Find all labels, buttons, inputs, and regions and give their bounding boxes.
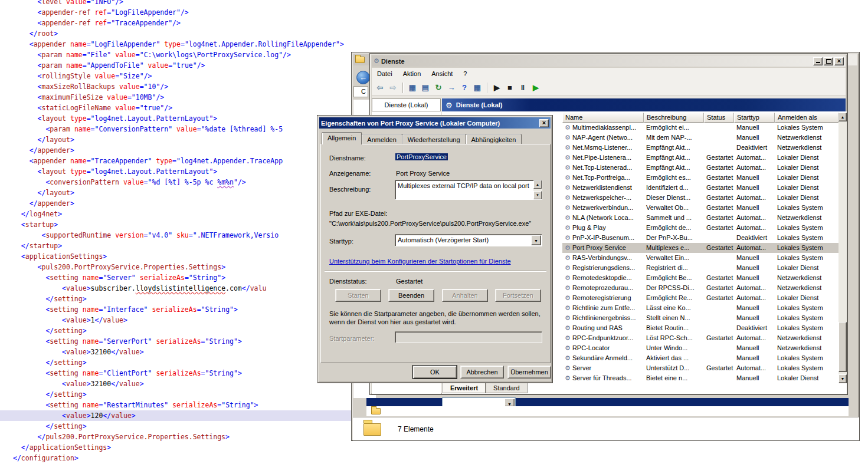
- button-starten[interactable]: Starten: [335, 289, 381, 302]
- service-row[interactable]: ⚙Netzwerkverbindun...Verwaltet Ob...Gest…: [562, 203, 838, 213]
- service-row[interactable]: ⚙NAP-Agent (Netwo...Mit dem NAP-...Manue…: [562, 133, 838, 143]
- code-line[interactable]: </setting>: [0, 357, 352, 368]
- code-line[interactable]: <puls200.PortProxyService.Properties.Set…: [0, 262, 352, 272]
- service-row[interactable]: ⚙Richtlinienergebniss...Stellt einen N..…: [562, 313, 838, 323]
- menu-item-datei[interactable]: Datei: [372, 68, 398, 80]
- file-list-row[interactable]: [366, 406, 849, 416]
- code-line[interactable]: <setting name="ServerPort" serializeAs="…: [0, 336, 352, 347]
- service-row[interactable]: ⚙Richtlinie zum Entfe...Lässt eine Ko...…: [562, 303, 838, 313]
- back-icon[interactable]: ←: [356, 71, 370, 84]
- code-line[interactable]: <appender-ref ref="LogFileAppender"/>: [0, 7, 352, 18]
- scrollbar[interactable]: ▲ ▼: [838, 113, 847, 383]
- scroll-up-icon[interactable]: ▲: [838, 113, 847, 121]
- code-line[interactable]: <value>1</value>: [0, 315, 352, 325]
- code-line[interactable]: </puls200.PortProxyService.Properties.Se…: [0, 432, 352, 442]
- service-row[interactable]: ⚙Net.Tcp-Listenerad...Empfängt Akt...Ges…: [562, 163, 838, 173]
- code-line[interactable]: </setting>: [0, 389, 352, 400]
- service-row[interactable]: ⚙NLA (Network Loca...Sammelt und ...Gest…: [562, 213, 838, 223]
- service-row[interactable]: ⚙Sekundäre Anmeld...Aktiviert das ...Man…: [562, 353, 838, 363]
- column-header-anmeldenals[interactable]: Anmelden als: [775, 113, 838, 123]
- view-tab-erweitert[interactable]: Erweitert: [443, 383, 486, 393]
- scroll-down-icon[interactable]: ▼: [838, 374, 847, 383]
- code-line[interactable]: </setting>: [0, 325, 352, 336]
- startoptionen-link[interactable]: Unterstützung beim Konfigurieren der Sta…: [329, 258, 511, 265]
- service-row[interactable]: ⚙RPC-Endpunktzuor...Löst RPC-Sch...Gesta…: [562, 333, 838, 343]
- service-row[interactable]: ⚙PnP-X-IP-Busenum...Der PnP-X-Bu...Deakt…: [562, 233, 838, 243]
- start-service-icon[interactable]: ▶: [491, 82, 503, 94]
- code-line[interactable]: </root>: [0, 28, 352, 39]
- code-line[interactable]: <setting name="ClientPort" serializeAs="…: [0, 368, 352, 379]
- refresh-icon[interactable]: ↻: [433, 82, 444, 94]
- grid-icon[interactable]: ▦: [471, 82, 483, 94]
- code-line[interactable]: </configuration>: [0, 453, 352, 463]
- service-row[interactable]: ⚙Net.Pipe-Listenera...Empfängt Akt...Ges…: [562, 153, 838, 163]
- maximize-button[interactable]: [824, 57, 833, 65]
- stop-service-icon[interactable]: ■: [504, 82, 516, 94]
- tab-anmelden[interactable]: Anmelden: [361, 134, 402, 144]
- code-line[interactable]: <startup>: [0, 219, 352, 230]
- service-row[interactable]: ⚙Registrierungsdiens...Registriert di...…: [562, 263, 838, 273]
- services-titlebar[interactable]: ⚙ Dienste ×: [372, 55, 846, 67]
- code-line[interactable]: <appender name="TraceAppender" type="log…: [0, 156, 352, 166]
- textbox-scrollbar[interactable]: ▲ ▼: [533, 180, 542, 199]
- service-row[interactable]: ⚙Plug & PlayErmöglicht de...GestartetAut…: [562, 223, 838, 233]
- code-line[interactable]: </appender>: [0, 145, 352, 156]
- button-fortsetzen[interactable]: Fortsetzen: [495, 289, 541, 302]
- button-ok[interactable]: OK: [413, 366, 457, 379]
- code-line[interactable]: <setting name="RestartMinutes" serialize…: [0, 400, 352, 410]
- service-row[interactable]: ⚙Port Proxy ServiceMultiplexes e...Gesta…: [562, 243, 838, 253]
- service-row[interactable]: ⚙Multimediaklassenpl...Ermöglicht ei...M…: [562, 123, 838, 133]
- service-row[interactable]: ⚙Net.Tcp-Portfreiga...Ermöglicht es...Ge…: [562, 173, 838, 183]
- scroll-up-icon[interactable]: ▲: [533, 180, 542, 189]
- beschreibung-textbox[interactable]: Multiplexes external TCP/IP data on loca…: [395, 180, 542, 200]
- button-bernehmen[interactable]: Übernehmen: [507, 366, 551, 379]
- pause-service-icon[interactable]: ‖: [517, 82, 529, 94]
- menu-item-aktion[interactable]: Aktion: [398, 68, 427, 80]
- code-line[interactable]: <supportedRuntime version="v4.0" sku=".N…: [0, 230, 352, 241]
- console-tree-tab[interactable]: Dienste (Lokal): [372, 98, 441, 111]
- code-line[interactable]: <setting name="Server" serializeAs="Stri…: [0, 272, 352, 283]
- code-line[interactable]: <param name="AppendToFile" value="true"/…: [0, 60, 352, 71]
- chevron-down-icon[interactable]: ▼: [505, 399, 515, 407]
- code-line[interactable]: </startup>: [0, 241, 352, 251]
- button-beenden[interactable]: Beenden: [388, 289, 434, 302]
- view-tab-standard[interactable]: Standard: [486, 383, 528, 393]
- code-line[interactable]: <value>subscriber.lloydslistintelligence…: [0, 283, 352, 294]
- address-fragment[interactable]: C: [353, 86, 368, 97]
- service-row[interactable]: ⚙Routing und RASBietet Routin...Deaktivi…: [562, 323, 838, 333]
- column-header-starttyp[interactable]: Starttyp: [734, 113, 775, 123]
- code-line[interactable]: <appender-ref ref="TraceAppender"/>: [0, 18, 352, 28]
- startparameter-input[interactable]: [395, 331, 542, 343]
- column-header-name[interactable]: Name: [562, 113, 644, 123]
- service-row[interactable]: ⚙RAS-Verbindungsv...Verwaltet Ein...Manu…: [562, 253, 838, 263]
- code-line[interactable]: <value>32100</value>: [0, 347, 352, 357]
- scroll-down-icon[interactable]: ▼: [533, 191, 542, 199]
- menu-item-ansicht[interactable]: Ansicht: [426, 68, 458, 80]
- code-line[interactable]: <maxSizeRollBackups value="10"/>: [0, 81, 352, 92]
- code-line[interactable]: <value>120</value>: [0, 410, 352, 421]
- service-row[interactable]: ⚙Remoteprozedurau...Der RPCSS-Di...Gesta…: [562, 283, 838, 293]
- code-line[interactable]: <rollingStyle value="Size"/>: [0, 71, 352, 81]
- dialog-titlebar[interactable]: Eigenschaften von Port Proxy Service (Lo…: [319, 117, 551, 129]
- code-line[interactable]: </setting>: [0, 294, 352, 304]
- scrollbar-thumb[interactable]: [838, 322, 847, 372]
- tab-allgemein[interactable]: Allgemein: [322, 132, 362, 144]
- code-line[interactable]: </layout>: [0, 134, 352, 145]
- service-row[interactable]: ⚙RemoteregistrierungErmöglicht Re...Gest…: [562, 293, 838, 303]
- service-row[interactable]: ⚙Remotedesktopdie...Ermöglicht Be...Gest…: [562, 273, 838, 283]
- starttyp-select[interactable]: Automatisch (Verzögerter Start) ▼: [395, 234, 542, 246]
- code-line[interactable]: </setting>: [0, 421, 352, 432]
- minimize-button[interactable]: [813, 57, 823, 65]
- export-list-icon[interactable]: →: [446, 82, 457, 94]
- code-editor[interactable]: <level value="INFO"/> <appender-ref ref=…: [0, 0, 366, 463]
- properties-icon[interactable]: ▤: [420, 82, 431, 94]
- code-line[interactable]: <conversionPattern value="%d [%t] %-5p %…: [0, 177, 352, 187]
- column-header-status[interactable]: Status: [704, 113, 734, 123]
- code-line[interactable]: <maximumFileSize value="10MB"/>: [0, 92, 352, 103]
- service-row[interactable]: ⚙Server für Threads...Bietet eine n...Ma…: [562, 373, 838, 383]
- tab-abhngigkeiten[interactable]: Abhängigkeiten: [466, 134, 522, 144]
- code-line[interactable]: <layout type="log4net.Layout.PatternLayo…: [0, 166, 352, 177]
- close-icon[interactable]: ×: [539, 119, 549, 127]
- code-line[interactable]: <setting name="Interface" serializeAs="S…: [0, 304, 352, 315]
- code-line[interactable]: <layout type="log4net.Layout.PatternLayo…: [0, 113, 352, 124]
